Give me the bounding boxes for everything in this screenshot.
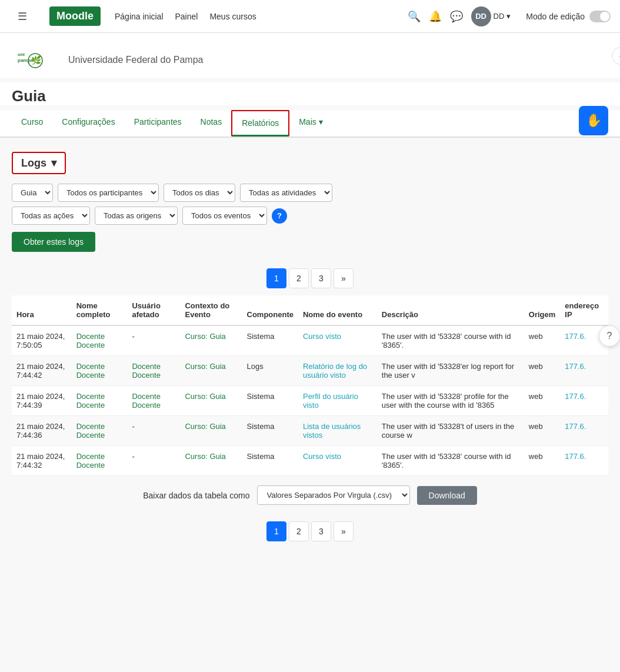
- filter-help-button[interactable]: ?: [272, 208, 287, 224]
- university-name-area: Universidade Federal do Pampa: [68, 55, 203, 65]
- moodle-brand[interactable]: Moodle: [49, 6, 101, 26]
- page-bottom-3-button[interactable]: 3: [311, 521, 331, 541]
- get-logs-button[interactable]: Obter estes logs: [12, 232, 95, 252]
- accessibility-icon: ✋: [586, 113, 602, 128]
- avatar-chevron-icon: ▾: [506, 12, 511, 21]
- logs-label: Logs: [21, 157, 46, 169]
- cell-contexto: Curso: Guia: [180, 416, 242, 446]
- tab-participantes[interactable]: Participantes: [125, 110, 191, 137]
- notifications-button[interactable]: 🔔: [429, 10, 442, 23]
- col-nome: Nome completo: [72, 295, 128, 325]
- ip-link[interactable]: 177.6.: [565, 452, 586, 461]
- table-row: 21 maio 2024, 7:44:39 Docente Docente Do…: [12, 386, 608, 416]
- usuario-link[interactable]: Docente Docente: [132, 392, 160, 410]
- col-hora: Hora: [12, 295, 72, 325]
- events-filter[interactable]: Todos os eventos: [182, 207, 267, 225]
- contexto-link[interactable]: Curso: Guia: [185, 392, 225, 401]
- tab-notas[interactable]: Notas: [191, 110, 232, 137]
- usuario-link[interactable]: Docente Docente: [132, 362, 160, 380]
- page-bottom-1-button[interactable]: 1: [266, 521, 286, 541]
- nome-link[interactable]: Docente Docente: [76, 392, 105, 410]
- download-area: Baixar dados da tabela como Valores Sepa…: [12, 476, 608, 514]
- contexto-link[interactable]: Curso: Guia: [185, 452, 225, 461]
- download-format-select[interactable]: Valores Separados Por Virgula (.csv): [257, 485, 410, 505]
- ip-link[interactable]: 177.6.: [565, 332, 586, 341]
- nav-painel-link[interactable]: Painel: [175, 12, 198, 21]
- cell-usuario: -: [127, 416, 180, 446]
- accessibility-button[interactable]: ✋: [579, 106, 608, 135]
- activities-filter[interactable]: Todas as atividades: [240, 184, 332, 202]
- col-descricao: Descrição: [377, 295, 524, 325]
- sidebar-toggle-button[interactable]: ☰: [9, 4, 35, 29]
- nome-link[interactable]: Docente Docente: [76, 422, 105, 440]
- page-next-button[interactable]: »: [334, 268, 354, 288]
- contexto-link[interactable]: Curso: Guia: [185, 422, 225, 431]
- cell-componente: Sistema: [242, 386, 298, 416]
- origins-filter[interactable]: Todas as origens: [95, 207, 178, 225]
- cell-hora: 21 maio 2024, 7:44:32: [12, 446, 72, 476]
- tab-curso[interactable]: Curso: [12, 110, 52, 137]
- page-bottom-next-button[interactable]: »: [334, 521, 354, 541]
- svg-text:uni: uni: [18, 52, 25, 57]
- days-filter[interactable]: Todos os dias: [164, 184, 235, 202]
- navbar-icons: 🔍 🔔 💬 DD DD ▾ Modo de edição: [408, 6, 611, 26]
- course-filter[interactable]: Guia: [12, 184, 53, 202]
- edit-mode-label: Modo de edição: [526, 12, 585, 21]
- ip-link[interactable]: 177.6.: [565, 362, 586, 371]
- ip-link[interactable]: 177.6.: [565, 422, 586, 431]
- evento-link[interactable]: Relatório de log do usuário visto: [303, 362, 367, 380]
- cell-origem: web: [524, 386, 561, 416]
- filter-row-2: Todas as ações Todas as origens Todos os…: [12, 207, 608, 225]
- help-float-button[interactable]: ?: [599, 325, 620, 347]
- university-logo: uni pampa 🌿: [12, 42, 59, 78]
- evento-link[interactable]: Curso visto: [303, 452, 341, 461]
- evento-link[interactable]: Lista de usuários vistos: [303, 422, 361, 440]
- tab-configuracoes[interactable]: Configurações: [52, 110, 124, 137]
- table-row: 21 maio 2024, 7:50:05 Docente Docente - …: [12, 325, 608, 356]
- page-2-button[interactable]: 2: [289, 268, 309, 288]
- cell-origem: web: [524, 416, 561, 446]
- cell-componente: Sistema: [242, 325, 298, 356]
- nav-home-link[interactable]: Página inicial: [115, 12, 164, 21]
- nome-link[interactable]: Docente Docente: [76, 332, 105, 350]
- search-button[interactable]: 🔍: [408, 10, 421, 23]
- cell-usuario: Docente Docente: [127, 386, 180, 416]
- evento-link[interactable]: Curso visto: [303, 332, 341, 341]
- cell-origem: web: [524, 446, 561, 476]
- cell-descricao: The user with id '53328' course with id …: [377, 446, 524, 476]
- cell-hora: 21 maio 2024, 7:44:42: [12, 356, 72, 386]
- tab-relatorios[interactable]: Relatórios: [231, 110, 289, 137]
- logs-dropdown-button[interactable]: Logs ▾: [12, 152, 66, 174]
- cell-evento: Lista de usuários vistos: [298, 416, 377, 446]
- page-bottom-2-button[interactable]: 2: [289, 521, 309, 541]
- page-1-button[interactable]: 1: [266, 268, 286, 288]
- nome-link[interactable]: Docente Docente: [76, 362, 105, 380]
- contexto-link[interactable]: Curso: Guia: [185, 362, 225, 371]
- contexto-link[interactable]: Curso: Guia: [185, 332, 225, 341]
- messages-button[interactable]: 💬: [450, 10, 463, 23]
- cell-hora: 21 maio 2024, 7:50:05: [12, 325, 72, 356]
- evento-link[interactable]: Perfil do usuário visto: [303, 392, 358, 410]
- navbar-links: Página inicial Painel Meus cursos: [115, 12, 256, 21]
- download-button[interactable]: Download: [417, 486, 477, 505]
- page-content: Logs ▾ Guia Todos os participantes Todos…: [0, 142, 620, 558]
- page-3-button[interactable]: 3: [311, 268, 331, 288]
- page-header: uni pampa 🌿 Universidade Federal do Pamp…: [0, 33, 620, 78]
- nav-cursos-link[interactable]: Meus cursos: [209, 12, 256, 21]
- tab-mais[interactable]: Mais ▾: [289, 110, 332, 137]
- cell-evento: Curso visto: [298, 446, 377, 476]
- col-contexto: Contexto do Evento: [180, 295, 242, 325]
- cell-hora: 21 maio 2024, 7:44:39: [12, 386, 72, 416]
- cell-nome: Docente Docente: [72, 416, 128, 446]
- actions-filter[interactable]: Todas as ações: [12, 207, 90, 225]
- svg-text:🌿: 🌿: [31, 55, 42, 65]
- page-title: Guia: [0, 82, 620, 105]
- edit-mode-switch[interactable]: [589, 11, 611, 22]
- nome-link[interactable]: Docente Docente: [76, 452, 105, 470]
- user-avatar-button[interactable]: DD DD ▾: [471, 6, 511, 26]
- participants-filter[interactable]: Todos os participantes: [58, 184, 159, 202]
- col-ip: endereço IP: [560, 295, 608, 325]
- cell-ip: 177.6.: [560, 386, 608, 416]
- cell-contexto: Curso: Guia: [180, 325, 242, 356]
- ip-link[interactable]: 177.6.: [565, 392, 586, 401]
